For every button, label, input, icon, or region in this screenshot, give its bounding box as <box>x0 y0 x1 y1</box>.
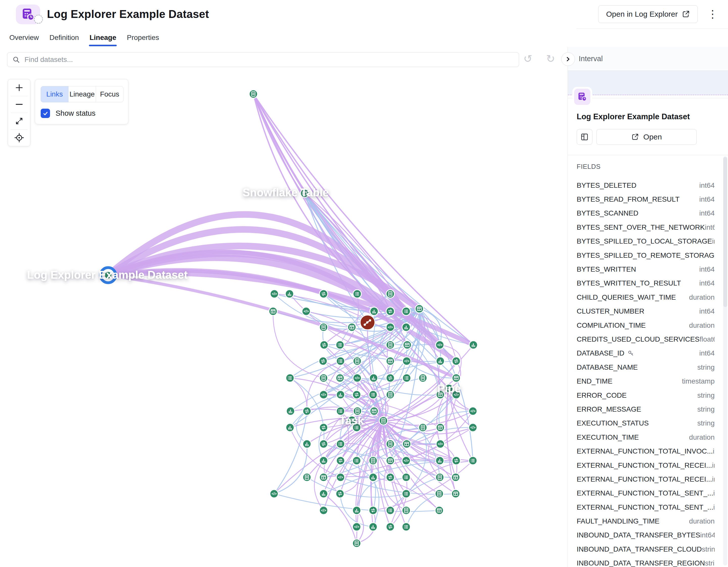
graph-node[interactable] <box>402 523 410 531</box>
graph-node[interactable] <box>402 323 410 332</box>
tab-properties[interactable]: Properties <box>126 28 160 47</box>
zoom-in-button[interactable] <box>8 79 30 96</box>
graph-node[interactable] <box>353 506 361 515</box>
field-row[interactable]: EXTERNAL_FUNCTION_TOTAL_SENT_...int64 <box>577 486 715 500</box>
graph-node[interactable] <box>370 407 378 415</box>
graph-node[interactable]: </> <box>436 341 444 349</box>
graph-node[interactable] <box>436 457 444 465</box>
lineage-graph-area[interactable]: </></></></></></></></></></></></></><… <box>0 70 568 567</box>
tab-overview[interactable]: Overview <box>9 28 39 47</box>
field-row[interactable]: EXTERNAL_FUNCTION_TOTAL_RECEI...int64 <box>577 458 715 472</box>
graph-node[interactable]: </> <box>436 440 445 448</box>
graph-node[interactable] <box>320 473 328 482</box>
graph-node[interactable] <box>402 490 410 498</box>
graph-node[interactable] <box>386 440 395 448</box>
lineage-graph[interactable]: </></></></></></></></></></></></></><… <box>0 70 568 567</box>
graph-node[interactable]: </> <box>403 357 411 365</box>
locate-button[interactable] <box>8 129 30 146</box>
graph-node[interactable] <box>286 374 294 382</box>
graph-node[interactable] <box>336 490 344 498</box>
graph-node[interactable]: </> <box>320 506 328 515</box>
graph-node[interactable] <box>379 417 388 425</box>
open-in-log-explorer-button[interactable]: Open in Log Explorer <box>598 5 698 23</box>
graph-node[interactable] <box>386 374 395 382</box>
graph-node[interactable] <box>353 407 362 415</box>
graph-node[interactable] <box>336 457 345 465</box>
graph-node[interactable] <box>320 290 328 298</box>
graph-node[interactable] <box>336 341 344 349</box>
graph-node[interactable] <box>320 423 328 432</box>
graph-node[interactable] <box>402 506 410 515</box>
field-row[interactable]: END_TIMEtimestamp <box>577 374 715 388</box>
graph-node[interactable] <box>386 523 395 531</box>
graph-node[interactable] <box>353 290 361 298</box>
graph-node[interactable]: </> <box>353 374 361 382</box>
graph-node[interactable] <box>386 506 395 515</box>
graph-node[interactable] <box>285 290 294 298</box>
graph-node[interactable] <box>386 290 395 298</box>
graph-node[interactable] <box>336 391 345 399</box>
tab-lineage[interactable]: Lineage <box>89 28 117 47</box>
tab-definition[interactable]: Definition <box>49 28 80 47</box>
graph-node[interactable] <box>286 423 294 432</box>
graph-node[interactable] <box>320 323 328 332</box>
graph-node-error[interactable] <box>360 315 375 330</box>
graph-node[interactable] <box>353 391 361 399</box>
field-row[interactable]: CLUSTER_NUMBERint64 <box>577 304 715 318</box>
graph-node[interactable] <box>386 473 395 482</box>
graph-node[interactable] <box>369 523 377 531</box>
graph-node[interactable] <box>336 374 344 382</box>
graph-node[interactable] <box>403 374 411 382</box>
field-row[interactable]: ERROR_MESSAGEstring <box>577 402 715 416</box>
lineage-graph-svg[interactable]: </></></></></></></></></></></></></><… <box>0 70 568 567</box>
field-row[interactable]: BYTES_WRITTENint64 <box>577 262 715 276</box>
graph-node[interactable] <box>469 341 478 349</box>
search-input[interactable] <box>24 55 514 64</box>
undo-icon[interactable]: ↺ <box>523 47 532 70</box>
graph-node[interactable] <box>435 490 444 498</box>
graph-node[interactable] <box>386 341 395 349</box>
table-view-button[interactable] <box>577 129 592 145</box>
graph-node[interactable] <box>320 440 328 448</box>
graph-node[interactable] <box>415 305 424 313</box>
mode-button-focus[interactable]: Focus <box>96 86 124 102</box>
panel-scrollbar-thumb[interactable] <box>723 157 727 307</box>
field-row[interactable]: EXTERNAL_FUNCTION_TOTAL_INVOC...int64 <box>577 444 715 458</box>
graph-node[interactable] <box>386 357 395 365</box>
graph-node[interactable] <box>436 357 445 365</box>
collapse-panel-button[interactable] <box>561 52 575 66</box>
field-row[interactable]: DATABASE_IDint64 <box>577 346 715 360</box>
graph-node[interactable] <box>436 473 444 482</box>
graph-node[interactable] <box>452 473 460 482</box>
search-bar[interactable] <box>7 52 519 67</box>
graph-node[interactable] <box>452 457 460 465</box>
graph-node[interactable] <box>419 374 427 382</box>
graph-node[interactable] <box>386 457 395 465</box>
open-dataset-button[interactable]: Open <box>596 129 697 145</box>
field-row[interactable]: COMPILATION_TIMEduration <box>577 318 715 332</box>
graph-node[interactable] <box>369 473 377 482</box>
graph-node[interactable] <box>370 307 378 316</box>
graph-node[interactable] <box>320 374 328 382</box>
graph-node[interactable] <box>249 90 258 98</box>
graph-node[interactable] <box>320 457 328 465</box>
show-status-checkbox[interactable] <box>41 109 50 118</box>
graph-node[interactable] <box>303 473 311 482</box>
field-row[interactable]: DATABASE_NAMEstring <box>577 360 715 374</box>
field-row[interactable]: EXECUTION_TIMEduration <box>577 430 715 444</box>
field-row[interactable]: BYTES_READ_FROM_RESULTint64 <box>577 192 715 206</box>
graph-node[interactable] <box>320 490 328 498</box>
graph-node[interactable] <box>336 357 345 365</box>
graph-node[interactable] <box>319 357 327 365</box>
field-row[interactable]: BYTES_SPILLED_TO_REMOTE_STORAGEint64 <box>577 248 715 262</box>
graph-node[interactable] <box>303 407 311 415</box>
field-row[interactable]: EXTERNAL_FUNCTION_TOTAL_SENT_...int64 <box>577 500 715 514</box>
graph-node[interactable] <box>336 407 345 415</box>
redo-icon[interactable]: ↻ <box>546 47 555 70</box>
field-row[interactable]: ERROR_CODEstring <box>577 388 715 402</box>
graph-node[interactable] <box>419 423 427 432</box>
more-actions-menu-icon[interactable]: ⋮ <box>705 7 720 21</box>
graph-node[interactable]: </> <box>302 307 310 316</box>
field-row[interactable]: FAULT_HANDLING_TIMEduration <box>577 514 715 528</box>
field-row[interactable]: BYTES_DELETEDint64 <box>577 178 715 192</box>
